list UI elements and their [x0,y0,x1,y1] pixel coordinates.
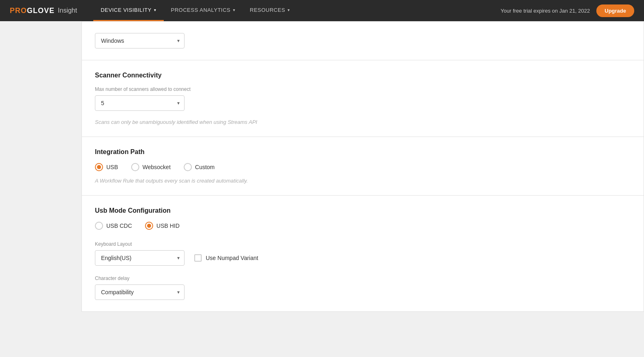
integration-path-hint: A Workflow Rule that outputs every scan … [95,178,631,184]
radio-custom-label: Custom [195,164,215,170]
trial-text: Your free trial expires on Jan 21, 2022 [501,8,590,14]
chevron-down-icon: ▾ [233,8,235,12]
logo-insight: Insight [58,7,77,14]
usb-mode-radio-group: USB CDC USB HID [95,222,631,230]
keyboard-layout-select[interactable]: English(US) English(UK) German French [95,250,185,266]
os-select-wrapper: Windows Linux Mac ▾ [95,33,185,48]
radio-websocket[interactable]: Websocket [131,163,171,171]
keyboard-layout-select-wrapper: English(US) English(UK) German French ▾ [95,250,185,266]
navbar-right: Your free trial expires on Jan 21, 2022 … [501,4,634,17]
nav-device-visibility[interactable]: DEVICE VISIBILITY ▾ [93,0,163,21]
numpad-variant-checkbox[interactable]: Use Numpad Variant [194,254,258,262]
sidebar [0,21,81,357]
max-scanners-select-wrapper: 1 2 3 4 5 6 7 8 ▾ [95,95,185,111]
nav-resources-label: RESOURCES [250,7,285,13]
keyboard-layout-group: Keyboard Layout English(US) English(UK) … [95,241,185,266]
nav-device-visibility-label: DEVICE VISIBILITY [101,7,152,13]
keyboard-layout-row: Keyboard Layout English(US) English(UK) … [95,241,631,266]
radio-usb-hid-circle [145,222,153,230]
character-delay-select-wrapper: Compatibility None Fast ▾ [95,284,185,300]
integration-path-radio-group: USB Websocket Custom [95,163,631,171]
scanner-connectivity-title: Scanner Connectivity [95,72,631,79]
scanner-hint: Scans can only be unambiguously identifi… [95,119,631,125]
os-card: Windows Linux Mac ▾ [81,21,644,60]
character-delay-label: Character delay [95,275,631,281]
radio-websocket-circle [131,163,139,171]
logo-glove: GLOVE [27,7,55,15]
scanner-connectivity-card: Scanner Connectivity Max number of scann… [81,60,644,137]
page-wrapper: Windows Linux Mac ▾ Scanner Connectivity… [0,21,644,357]
max-scanners-select[interactable]: 1 2 3 4 5 6 7 8 [95,95,185,111]
navbar: PROGLOVE Insight DEVICE VISIBILITY ▾ PRO… [0,0,644,21]
radio-usb-label: USB [106,164,118,170]
keyboard-layout-label: Keyboard Layout [95,241,185,247]
usb-mode-card: Usb Mode Configuration USB CDC USB HID K… [81,196,644,312]
integration-path-title: Integration Path [95,148,631,156]
chevron-down-icon: ▾ [154,8,156,12]
radio-custom-circle [184,163,192,171]
logo: PROGLOVE Insight [10,7,77,15]
integration-path-card: Integration Path USB Websocket Custom A … [81,137,644,196]
logo-pro: PRO [10,7,27,15]
nav-process-analytics-label: PROCESS ANALYTICS [171,7,231,13]
nav-links: DEVICE VISIBILITY ▾ PROCESS ANALYTICS ▾ … [93,0,501,21]
character-delay-select[interactable]: Compatibility None Fast [95,284,185,300]
radio-usb-hid[interactable]: USB HID [145,222,180,230]
main-content: Windows Linux Mac ▾ Scanner Connectivity… [81,21,644,357]
upgrade-button[interactable]: Upgrade [596,4,634,17]
nav-resources[interactable]: RESOURCES ▾ [242,0,297,21]
radio-websocket-label: Websocket [143,164,171,170]
radio-usb-cdc[interactable]: USB CDC [95,222,132,230]
chevron-down-icon: ▾ [288,8,290,12]
radio-usb-cdc-circle [95,222,103,230]
max-scanners-label: Max number of scanners allowed to connec… [95,86,631,92]
usb-mode-title: Usb Mode Configuration [95,207,631,214]
numpad-label: Use Numpad Variant [206,255,258,261]
radio-usb-hid-label: USB HID [156,223,180,229]
radio-custom[interactable]: Custom [184,163,215,171]
numpad-checkbox-box [194,254,202,262]
radio-usb-circle [95,163,103,171]
radio-usb-cdc-label: USB CDC [106,223,132,229]
nav-process-analytics[interactable]: PROCESS ANALYTICS ▾ [164,0,243,21]
character-delay-group: Character delay Compatibility None Fast … [95,275,631,300]
os-select[interactable]: Windows Linux Mac [95,33,185,48]
radio-usb[interactable]: USB [95,163,118,171]
